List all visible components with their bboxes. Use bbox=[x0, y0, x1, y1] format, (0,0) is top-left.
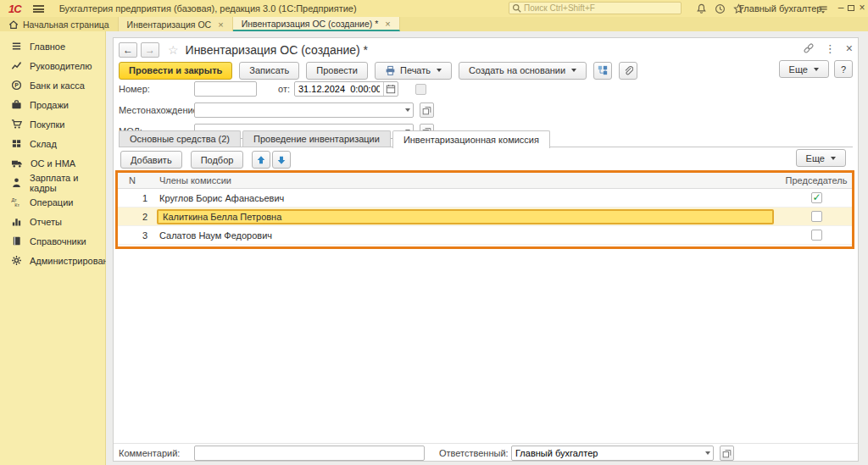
close-tab-icon[interactable]: × bbox=[218, 19, 223, 30]
table-row-selected[interactable]: 2 Калиткина Белла Петровна bbox=[118, 208, 852, 226]
chevron-down-icon[interactable] bbox=[405, 108, 410, 112]
printer-icon bbox=[385, 65, 396, 76]
sidebar-item-manager[interactable]: Руководителю bbox=[0, 56, 105, 75]
move-up-button[interactable] bbox=[252, 151, 270, 169]
tab-inventory-process[interactable]: Проведение инвентаризации bbox=[242, 130, 391, 147]
back-button[interactable]: ← bbox=[119, 42, 137, 58]
number-input[interactable] bbox=[194, 81, 257, 97]
section-sidebar: Главное Руководителю Р Банк и касса Прод… bbox=[0, 31, 106, 465]
window-title: Бухгалтерия предприятия (базовая), редак… bbox=[59, 3, 357, 14]
close-form-icon[interactable]: × bbox=[846, 42, 853, 55]
location-input[interactable] bbox=[194, 102, 414, 118]
menu-lines-icon bbox=[11, 41, 22, 52]
kebab-menu-icon[interactable]: ⋮ bbox=[825, 42, 836, 55]
column-header-members: Члены комиссии bbox=[153, 175, 781, 185]
form-toolbar: Провести и закрыть Записать Провести Печ… bbox=[119, 60, 637, 80]
sidebar-item-fixed-assets[interactable]: ОС и НМА bbox=[0, 153, 105, 173]
tab-commission[interactable]: Инвентаризационная комиссия bbox=[392, 130, 550, 148]
briefcase-icon bbox=[11, 99, 22, 110]
post-and-close-button[interactable]: Провести и закрыть bbox=[119, 62, 232, 80]
pick-button[interactable]: Подбор bbox=[191, 151, 244, 169]
date-label: от: bbox=[278, 84, 290, 94]
date-input[interactable] bbox=[295, 84, 383, 94]
chevron-down-icon[interactable] bbox=[705, 451, 710, 455]
sidebar-item-warehouse[interactable]: Склад bbox=[0, 134, 105, 153]
sidebar-item-reports[interactable]: Отчеты bbox=[0, 212, 105, 231]
dropdown-arrow-icon bbox=[831, 157, 836, 160]
tab-label: Начальная страница bbox=[23, 19, 109, 30]
post-button[interactable]: Провести bbox=[306, 62, 368, 80]
current-user[interactable]: Главный бухгалтер bbox=[739, 3, 821, 14]
gear-icon bbox=[11, 255, 22, 266]
sidebar-item-main[interactable]: Главное bbox=[0, 36, 105, 56]
table-row[interactable]: 1 Круглов Борис Афанасьевич bbox=[118, 189, 852, 208]
sidebar-item-bank-cash[interactable]: Р Банк и касса bbox=[0, 75, 105, 95]
number-row: Номер: от: bbox=[119, 81, 150, 97]
comment-input[interactable] bbox=[194, 446, 425, 461]
related-documents-button[interactable] bbox=[593, 62, 612, 80]
arrow-up-icon bbox=[256, 155, 266, 165]
sidebar-item-sales[interactable]: Продажи bbox=[0, 95, 105, 114]
service-settings-icon[interactable] bbox=[815, 2, 831, 15]
sidebar-item-directories[interactable]: Справочники bbox=[0, 231, 105, 251]
search-input[interactable] bbox=[524, 3, 668, 13]
location-open-button[interactable] bbox=[420, 102, 434, 118]
commission-table: N Члены комиссии Председатель 1 Круглов … bbox=[118, 173, 852, 245]
main-menu-icon[interactable] bbox=[33, 5, 44, 13]
sidebar-item-operations[interactable]: ДтКт Операции bbox=[0, 192, 105, 212]
create-based-on-button[interactable]: Создать на основании bbox=[459, 62, 587, 80]
minimize-button[interactable]: – bbox=[834, 3, 848, 14]
move-down-button[interactable] bbox=[272, 151, 291, 169]
close-tab-icon[interactable]: × bbox=[385, 19, 390, 29]
tab-inventory-list[interactable]: Инвентаризация ОС × bbox=[119, 17, 233, 31]
attachments-button[interactable] bbox=[619, 62, 637, 80]
dropdown-arrow-icon bbox=[437, 69, 442, 72]
forward-button[interactable]: → bbox=[141, 42, 159, 58]
chairman-checkbox[interactable] bbox=[811, 211, 822, 222]
help-button[interactable]: ? bbox=[834, 60, 853, 78]
calendar-icon[interactable] bbox=[383, 82, 398, 96]
table-more-button[interactable]: Еще bbox=[796, 149, 846, 167]
location-row: Местонахождение ОС: bbox=[119, 102, 544, 118]
sidebar-item-administration[interactable]: Администрирование bbox=[0, 251, 105, 270]
coin-icon: Р bbox=[11, 80, 22, 91]
date-field bbox=[294, 81, 398, 97]
sidebar-item-purchases[interactable]: Покупки bbox=[0, 114, 105, 134]
responsible-input[interactable] bbox=[511, 446, 714, 461]
structure-icon bbox=[598, 64, 608, 76]
dtkt-icon: ДтКт bbox=[11, 197, 22, 208]
tab-inventory-new[interactable]: Инвентаризация ОС (создание) * × bbox=[233, 17, 400, 31]
history-icon[interactable] bbox=[712, 2, 727, 15]
add-row-button[interactable]: Добавить bbox=[120, 151, 182, 169]
global-search[interactable] bbox=[509, 2, 682, 14]
member-name-editing[interactable]: Калиткина Белла Петровна bbox=[157, 209, 774, 224]
sidebar-item-salary-hr[interactable]: Зарплата и кадры bbox=[0, 173, 105, 192]
person-icon bbox=[11, 177, 22, 188]
chairman-checkbox[interactable] bbox=[811, 230, 822, 241]
responsible-open-button[interactable] bbox=[720, 446, 734, 461]
date-options-icon bbox=[415, 84, 426, 95]
home-icon bbox=[8, 19, 19, 30]
close-window-button[interactable]: × bbox=[855, 3, 868, 14]
more-button[interactable]: Еще bbox=[779, 60, 829, 78]
titlebar: 1С Бухгалтерия предприятия (базовая), ре… bbox=[0, 0, 868, 17]
chairman-checkbox[interactable] bbox=[811, 192, 822, 203]
favorite-star-icon[interactable]: ☆ bbox=[168, 43, 179, 57]
restore-button[interactable] bbox=[848, 5, 854, 11]
paperclip-icon bbox=[623, 65, 633, 76]
form-footer: Комментарий: Ответственный: bbox=[114, 443, 858, 462]
dropdown-arrow-icon bbox=[814, 68, 819, 71]
get-link-icon[interactable] bbox=[803, 42, 815, 54]
arrow-down-icon bbox=[276, 155, 287, 165]
tab-fixed-assets[interactable]: Основные средства (2) bbox=[119, 130, 241, 147]
notifications-bell-icon[interactable] bbox=[693, 2, 709, 15]
book-icon bbox=[11, 235, 22, 246]
tab-home[interactable]: Начальная страница bbox=[0, 17, 119, 31]
member-name: Салатов Наум Федорович bbox=[153, 230, 781, 241]
member-name: Круглов Борис Афанасьевич bbox=[153, 193, 781, 203]
print-button[interactable]: Печать bbox=[375, 62, 452, 80]
open-icon bbox=[722, 449, 732, 458]
table-row[interactable]: 3 Салатов Наум Федорович bbox=[118, 226, 852, 245]
app-window: 1С Бухгалтерия предприятия (базовая), ре… bbox=[0, 0, 868, 465]
save-button[interactable]: Записать bbox=[239, 62, 299, 80]
